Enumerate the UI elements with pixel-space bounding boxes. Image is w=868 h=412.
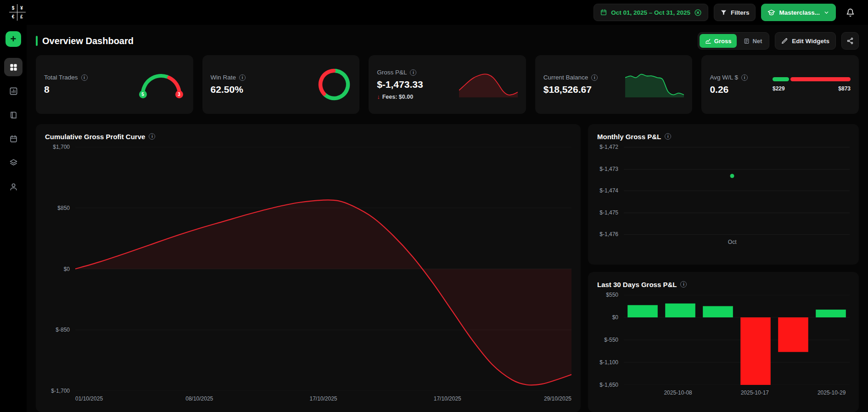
account-label: Masterclass... [779, 9, 820, 16]
losses-badge: 3 [175, 90, 183, 98]
topbar: $ ¥ € £ Oct 01, 2025 – Oct 31, 2025 Filt… [0, 0, 868, 25]
fees-label: Fees: $0.00 [382, 94, 413, 100]
net-toggle-button[interactable]: Net [738, 34, 767, 48]
y-axis: $550$0$-550$-1,100$-1,650 [597, 295, 624, 385]
win-rate-donut [317, 68, 351, 102]
gross-toggle-button[interactable]: Gross [700, 34, 737, 48]
filters-button[interactable]: Filters [714, 4, 756, 21]
info-icon[interactable]: i [239, 74, 246, 81]
gross-label: Gross [714, 38, 732, 45]
dashboard-grid-icon [9, 63, 18, 72]
gross-pnl-value: $-1,473.33 [377, 79, 423, 90]
layers-icon [9, 158, 18, 167]
avg-wl-bar: $229 $873 [773, 77, 851, 92]
sidebar-item-calendar[interactable] [4, 130, 22, 148]
x-axis: Oct [624, 238, 850, 248]
sidebar: + [0, 25, 27, 412]
chevron-down-icon [823, 10, 829, 16]
last-30-days-plot[interactable] [624, 295, 850, 385]
cumulative-profit-panel: Cumulative Gross Profit Curvei $1,700$85… [36, 124, 581, 412]
filters-label: Filters [731, 9, 750, 16]
notifications-button[interactable] [841, 4, 859, 21]
share-button[interactable] [841, 32, 859, 50]
stat-label: Win Rate [211, 74, 236, 81]
page-title: Overview Dashboard [42, 36, 134, 46]
date-range-label: Oct 01, 2025 – Oct 31, 2025 [611, 9, 690, 16]
win-loss-gauge: 5 3 [137, 70, 185, 99]
graduation-cap-icon [767, 9, 775, 17]
logo-symbol: £ [17, 12, 26, 21]
gross-pnl-sparkline [459, 72, 518, 97]
win-rate-card: Win Ratei 62.50% [202, 55, 360, 114]
x-axis: 2025-10-082025-10-172025-10-29 [624, 389, 850, 399]
chart-title: Cumulative Gross Profit Curve [45, 133, 145, 141]
logo-symbol: € [9, 12, 17, 21]
net-icon [744, 38, 750, 44]
title-accent-bar [36, 36, 38, 46]
info-icon[interactable]: i [665, 133, 671, 140]
clear-date-icon[interactable] [694, 9, 702, 17]
wins-badge: 5 [139, 90, 147, 98]
last-30-days-panel: Last 30 Days Gross P&Li $550$0$-550$-1,1… [588, 272, 859, 412]
main-content: Overview Dashboard Gross Net Edit Widget… [27, 25, 868, 412]
app-logo[interactable]: $ ¥ € £ [9, 4, 26, 21]
date-range-button[interactable]: Oct 01, 2025 – Oct 31, 2025 [594, 4, 708, 21]
net-label: Net [752, 38, 762, 45]
account-selector-button[interactable]: Masterclass... [761, 4, 836, 21]
sidebar-item-mentor[interactable] [4, 177, 22, 196]
sidebar-item-dashboard[interactable] [4, 58, 22, 76]
info-icon[interactable]: i [680, 281, 687, 288]
x-axis: 01/10/202508/10/202517/10/202517/10/2025… [75, 395, 571, 405]
y-axis: $1,700$850$0$-850$-1,700 [45, 147, 75, 391]
calendar-icon [600, 9, 607, 16]
logo-symbol: ¥ [17, 4, 26, 12]
calendar-icon [9, 135, 18, 143]
filter-icon [720, 9, 727, 16]
chart-title: Last 30 Days Gross P&L [597, 281, 677, 288]
y-axis: $-1,472$-1,473$-1,474$-1,475$-1,476 [597, 147, 624, 234]
avg-wl-card: Avg W/L $i 0.26 $229 $873 [701, 55, 859, 114]
balance-sparkline [625, 72, 684, 97]
avg-wl-value: 0.26 [710, 84, 748, 95]
chart-line-icon [705, 38, 711, 44]
gross-pnl-card: Gross P&Li $-1,473.33 ↓Fees: $0.00 [369, 55, 526, 114]
info-icon[interactable]: i [81, 74, 88, 81]
user-icon [9, 182, 18, 191]
stats-row: Total Tradesi 8 5 3 Win Ratei 62.50% [36, 55, 859, 114]
add-button[interactable]: + [6, 31, 21, 47]
monthly-pnl-point [730, 174, 734, 178]
total-trades-card: Total Tradesi 8 5 3 [36, 55, 193, 114]
current-balance-value: $18,526.67 [543, 84, 598, 95]
gross-net-toggle: Gross Net [698, 32, 770, 50]
total-trades-value: 8 [44, 84, 88, 95]
share-icon [846, 37, 854, 45]
journal-icon [9, 111, 18, 119]
info-icon[interactable]: i [741, 74, 748, 81]
current-balance-card: Current Balancei $18,526.67 [535, 55, 693, 114]
info-icon[interactable]: i [591, 74, 598, 81]
sidebar-item-journal[interactable] [4, 106, 22, 124]
edit-widgets-label: Edit Widgets [792, 38, 829, 45]
stat-label: Gross P&L [377, 69, 407, 76]
info-icon[interactable]: i [410, 69, 416, 76]
bar-chart-icon [9, 87, 18, 96]
bell-icon [846, 8, 855, 17]
monthly-pnl-plot[interactable] [624, 147, 850, 234]
logo-symbol: $ [9, 4, 17, 12]
avg-loss-label: $873 [838, 85, 851, 92]
sidebar-item-playbooks[interactable] [4, 153, 22, 172]
fees-down-arrow-icon: ↓ [377, 93, 380, 100]
stat-label: Avg W/L $ [710, 74, 738, 81]
info-icon[interactable]: i [149, 133, 155, 140]
chart-title: Monthly Gross P&L [597, 133, 661, 141]
edit-widgets-button[interactable]: Edit Widgets [775, 32, 836, 50]
stat-label: Total Trades [44, 74, 78, 81]
pencil-icon [781, 38, 788, 45]
stat-label: Current Balance [543, 74, 588, 81]
charts-row: Cumulative Gross Profit Curvei $1,700$85… [36, 124, 859, 412]
avg-win-label: $229 [773, 85, 785, 92]
win-rate-value: 62.50% [211, 84, 246, 95]
sidebar-item-stats[interactable] [4, 82, 22, 100]
cumulative-profit-plot[interactable] [75, 147, 571, 391]
monthly-pnl-panel: Monthly Gross P&Li $-1,472$-1,473$-1,474… [588, 124, 859, 265]
